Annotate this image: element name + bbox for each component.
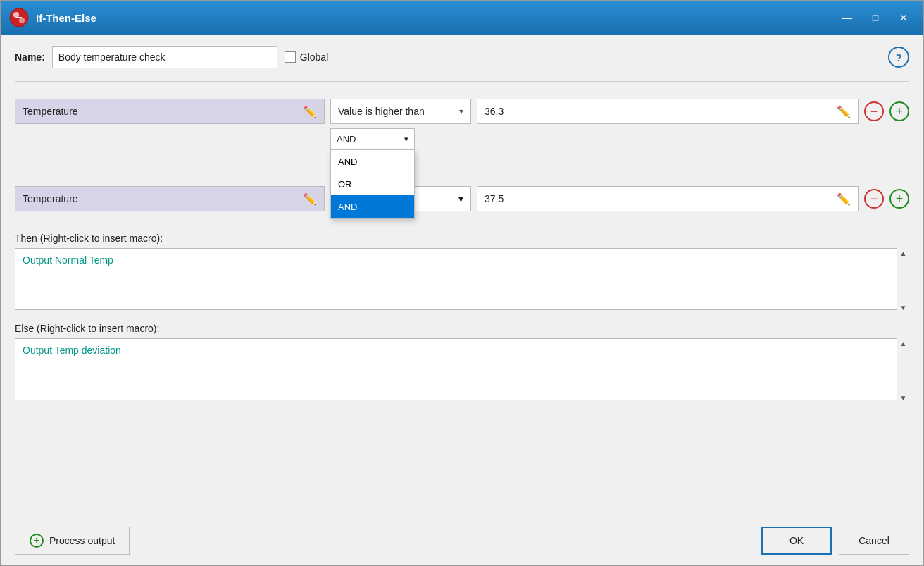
then-label: Then (Right-click to insert macro): — [15, 233, 909, 244]
condition-row-2: Temperature ✏️ Value is AND ▾ 37.5 ✏️ − … — [15, 186, 909, 211]
condition2-value-text: 37.5 — [485, 193, 504, 204]
then-textarea[interactable]: Output Normal Temp — [15, 248, 909, 310]
condition1-operator-text: Value is higher than — [338, 106, 425, 117]
title-bar: If-Then-Else — □ ✕ — [1, 1, 923, 35]
plus-circle-icon: + — [30, 534, 44, 548]
condition2-value-edit-icon[interactable]: ✏️ — [837, 192, 851, 206]
scroll-up-icon[interactable]: ▲ — [900, 250, 907, 257]
and-or-selected-text: AND — [337, 134, 356, 144]
ok-button[interactable]: OK — [761, 527, 832, 555]
bottom-right-buttons: OK Cancel — [761, 527, 909, 555]
condition2-variable-text: Temperature — [23, 193, 78, 204]
chevron-down-icon: ▾ — [459, 106, 463, 116]
condition1-add-button[interactable]: + — [889, 101, 909, 121]
window-controls: — □ ✕ — [836, 8, 915, 27]
condition2-remove-button[interactable]: − — [864, 189, 884, 209]
close-button[interactable]: ✕ — [892, 8, 915, 27]
svg-point-1 — [13, 12, 19, 18]
and-or-option-and-1[interactable]: AND — [331, 150, 414, 173]
process-output-label: Process output — [49, 535, 115, 546]
else-label: Else (Right-click to insert macro): — [15, 323, 909, 334]
if-then-else-dialog: If-Then-Else — □ ✕ Name: Global ? Temper… — [0, 0, 924, 566]
minimize-button[interactable]: — — [836, 8, 859, 27]
maximize-button[interactable]: □ — [864, 8, 887, 27]
and-or-option-or[interactable]: OR — [331, 173, 414, 195]
conditions-area: Temperature ✏️ Value is higher than ▾ 36… — [15, 99, 909, 219]
dialog-title: If-Then-Else — [36, 12, 836, 24]
condition1-variable-text: Temperature — [23, 106, 78, 117]
condition1-edit-icon[interactable]: ✏️ — [303, 105, 317, 118]
condition1-remove-button[interactable]: − — [864, 101, 884, 121]
process-output-button[interactable]: + Process output — [15, 527, 130, 555]
name-input[interactable] — [52, 46, 277, 68]
global-checkbox[interactable] — [285, 51, 296, 63]
condition2-variable: Temperature ✏️ — [15, 186, 325, 211]
else-scrollbar[interactable]: ▲ ▼ — [897, 338, 909, 403]
then-scrollbar[interactable]: ▲ ▼ — [897, 248, 909, 313]
condition2-value: 37.5 ✏️ — [477, 186, 859, 211]
condition1-value-edit-icon[interactable]: ✏️ — [837, 105, 851, 118]
bottom-bar: + Process output OK Cancel — [1, 515, 923, 565]
else-section: Else (Right-click to insert macro): Outp… — [15, 323, 909, 403]
name-label: Name: — [15, 51, 45, 63]
then-section: Then (Right-click to insert macro): Outp… — [15, 233, 909, 313]
help-button[interactable]: ? — [888, 47, 909, 68]
condition1-variable: Temperature ✏️ — [15, 99, 325, 124]
and-or-chevron-icon: ▾ — [404, 135, 408, 144]
cancel-button[interactable]: Cancel — [839, 527, 909, 555]
scroll-down-icon[interactable]: ▼ — [900, 304, 907, 312]
condition1-value-text: 36.3 — [485, 106, 504, 117]
else-scroll-down-icon[interactable]: ▼ — [900, 394, 907, 402]
condition1-operator[interactable]: Value is higher than ▾ — [330, 99, 471, 124]
else-textarea-wrapper: Output Temp deviation ▲ ▼ — [15, 338, 909, 403]
then-textarea-wrapper: Output Normal Temp ▲ ▼ — [15, 248, 909, 313]
divider-1 — [15, 81, 909, 82]
dialog-content: Name: Global ? Temperature ✏️ Value is h… — [1, 35, 923, 515]
condition1-value: 36.3 ✏️ — [477, 99, 859, 124]
and-or-dropdown: AND OR AND — [330, 149, 415, 219]
app-icon — [9, 8, 29, 27]
condition2-add-button[interactable]: + — [889, 189, 909, 209]
and-or-option-and-2[interactable]: AND — [331, 195, 414, 218]
global-label: Global — [300, 51, 328, 63]
condition2-chevron-icon: ▾ — [458, 193, 463, 204]
condition-row-1: Temperature ✏️ Value is higher than ▾ 36… — [15, 99, 909, 124]
else-scroll-up-icon[interactable]: ▲ — [900, 340, 907, 347]
svg-point-2 — [19, 18, 25, 23]
else-textarea[interactable]: Output Temp deviation — [15, 338, 909, 400]
condition2-edit-icon[interactable]: ✏️ — [303, 192, 317, 206]
and-or-select[interactable]: AND ▾ — [330, 128, 415, 149]
global-checkbox-wrapper: Global — [285, 51, 328, 63]
name-row: Name: Global ? — [15, 46, 909, 68]
and-or-area: AND ▾ AND OR AND — [330, 128, 909, 149]
